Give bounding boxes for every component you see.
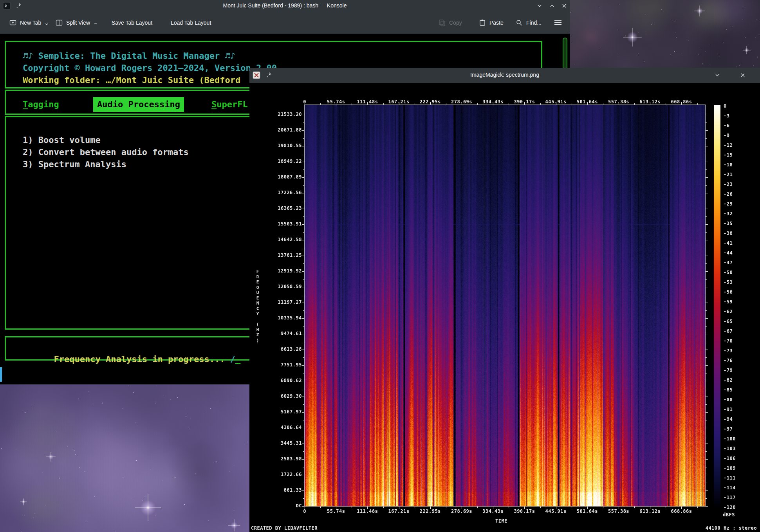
status-spinner: / [230,354,235,364]
status-line: Frequency Analysis in progress... /_ [23,344,240,375]
paste-icon [479,19,486,26]
copy-icon [439,19,446,26]
split-view-icon [56,19,63,26]
spectrogram-canvas [249,83,760,532]
maximize-icon[interactable] [548,2,556,10]
new-tab-button[interactable]: New Tab [9,12,49,34]
tab-audio-processing[interactable]: Audio Processing [93,97,184,112]
chevron-down-icon [45,22,49,26]
new-tab-icon [9,19,16,26]
wallpaper-nebula-bottom-left [0,384,249,532]
konsole-window-title: Mont Juic Suite (Bedford - 1989) : bash … [0,2,570,9]
close-icon[interactable] [739,71,747,79]
close-icon[interactable] [560,2,568,10]
minimize-icon[interactable] [713,71,721,79]
tab-tagging[interactable]: Tagging [23,99,59,110]
imagemagick-window-title: ImageMagick: spectrum.png [249,72,760,78]
hamburger-icon [554,19,562,26]
status-text: Frequency Analysis in progress... [54,354,230,364]
banner-title: ♬♪ Semplice: The Digital Music Manager ♬… [23,51,235,61]
chevron-down-icon [94,22,97,25]
wallpaper-nebula-top-right [570,0,760,68]
working-folder: Working folder: …/Mont Juic Suite (Bedfo… [23,75,240,85]
search-icon [516,19,523,26]
konsole-toolbar: New Tab Split View Save Tab Layout Load … [0,12,570,34]
paste-button[interactable]: Paste [479,12,504,34]
hamburger-menu-button[interactable] [554,12,562,34]
spectrum-image: FREQUENCY (HZ) TIME dBFS CREATED BY LIBA… [249,83,760,532]
tab-superfl[interactable]: SuperFL [211,99,248,110]
find-button[interactable]: Find... [516,12,542,34]
activity-indicator [0,367,2,382]
imagemagick-window: ImageMagick: spectrum.png FREQUENCY (HZ)… [249,68,760,532]
menu-item-boost-volume[interactable]: 1) Boost volume [23,135,101,145]
imagemagick-titlebar[interactable]: ImageMagick: spectrum.png [249,68,760,83]
terminal-cursor: _ [235,354,240,364]
menu-item-spectrum[interactable]: 3) Spectrum Analysis [23,159,126,170]
copy-button[interactable]: Copy [439,12,462,34]
minimize-icon[interactable] [536,2,543,10]
banner-copyright: Copyright © Howard Rogers 2021–2024, Ver… [23,63,277,73]
menu-item-convert-formats[interactable]: 2) Convert between audio formats [23,147,189,157]
save-tab-layout-button[interactable]: Save Tab Layout [112,12,152,34]
konsole-titlebar[interactable]: Mont Juic Suite (Bedford - 1989) : bash … [0,0,570,12]
split-view-button[interactable]: Split View [56,12,97,34]
load-tab-layout-button[interactable]: Load Tab Layout [171,12,211,34]
